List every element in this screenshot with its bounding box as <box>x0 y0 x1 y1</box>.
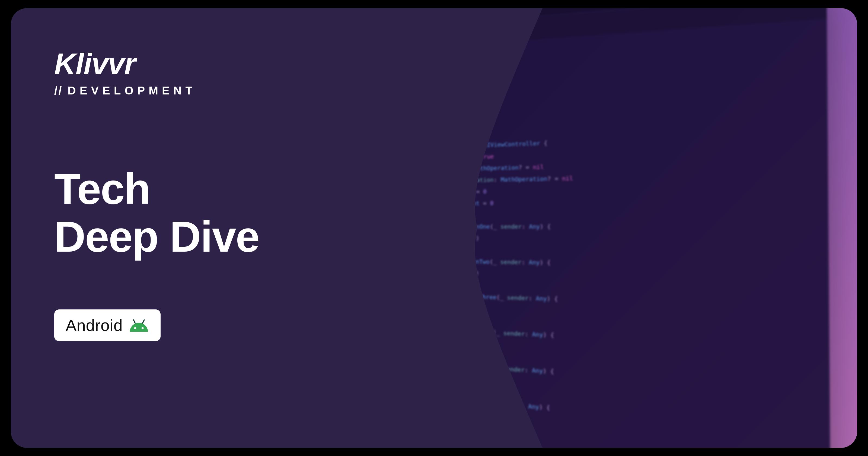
platform-tag: Android <box>54 309 161 341</box>
promo-banner: 1Y ᛒ 🇺🇸 89 % ▭ ☰ Fri 21 Jan 13:53 <box>11 8 857 448</box>
banner-title: Tech Deep Dive <box>54 165 259 261</box>
platform-label: Android <box>66 316 123 335</box>
svg-line-4 <box>143 320 144 323</box>
brand-subtitle: // DEVELOPMENT <box>54 84 259 97</box>
svg-point-5 <box>134 327 136 329</box>
photo-tint-overlay <box>392 8 857 448</box>
banner-content: Klivvr // DEVELOPMENT Tech Deep Dive And… <box>54 49 259 341</box>
svg-point-6 <box>142 327 144 329</box>
subtitle-prefix: // <box>54 84 63 97</box>
svg-line-3 <box>134 320 135 323</box>
title-line-1: Tech <box>54 165 259 213</box>
title-line-2: Deep Dive <box>54 213 259 261</box>
background-photo: 1Y ᛒ 🇺🇸 89 % ▭ ☰ Fri 21 Jan 13:53 <box>392 8 857 448</box>
brand-wordmark: Klivvr <box>54 49 259 79</box>
subtitle-text: DEVELOPMENT <box>67 84 196 97</box>
android-icon <box>129 319 149 332</box>
